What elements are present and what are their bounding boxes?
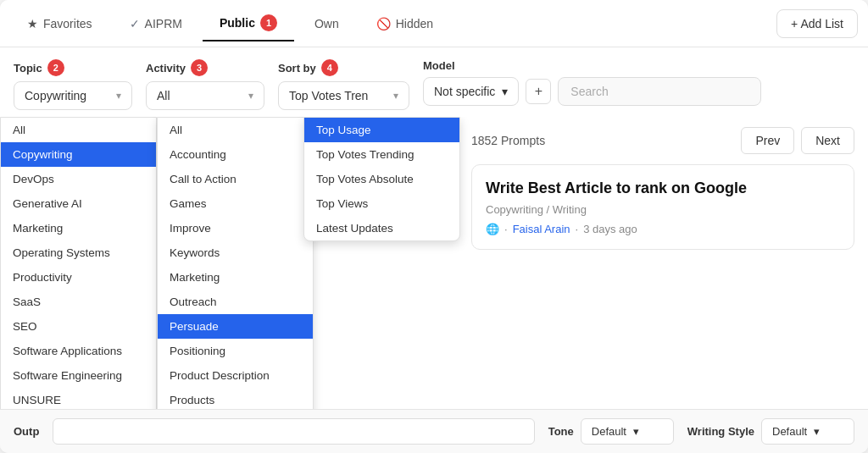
sortby-option-topvotesabsolute[interactable]: Top Votes Absolute	[304, 167, 459, 191]
sortby-chevron-icon: ▾	[393, 90, 398, 102]
sortby-badge: 4	[321, 59, 338, 76]
topic-label: Topic 2	[14, 59, 132, 76]
activity-option-marketing[interactable]: Marketing	[158, 265, 313, 290]
check-icon: ✓	[130, 17, 140, 30]
tab-favorites-label: Favorites	[43, 17, 92, 30]
activity-option-improve[interactable]: Improve	[158, 216, 313, 240]
tab-bar: ★ Favorites ✓ AIPRM Public 1 Own 🚫 Hidde…	[0, 0, 868, 47]
topic-selected-value: Copywriting	[25, 89, 86, 102]
activity-option-keywords[interactable]: Keywords	[158, 240, 313, 265]
prompt-category: Copywriting / Writing	[486, 203, 840, 216]
right-content: 1852 Prompts Prev Next Write Best Articl…	[458, 117, 868, 409]
prompts-header: 1852 Prompts Prev Next	[471, 127, 854, 154]
dot-separator: ·	[504, 223, 508, 235]
tone-label: Tone	[548, 425, 574, 438]
tab-public-badge: 1	[260, 14, 277, 31]
plus-button[interactable]: +	[526, 79, 551, 104]
tab-favorites[interactable]: ★ Favorites	[10, 8, 109, 39]
prompt-card: Write Best Article to rank on Google Cop…	[471, 164, 854, 250]
topic-option-productivity[interactable]: Productivity	[1, 265, 156, 290]
prev-button[interactable]: Prev	[741, 127, 794, 154]
writing-style-section: Writing Style Default ▾	[687, 418, 854, 445]
writing-style-chevron-icon: ▾	[814, 425, 820, 438]
tab-hidden-label: Hidden	[396, 17, 433, 30]
topic-select[interactable]: Copywriting ▾	[14, 81, 132, 110]
hidden-icon: 🚫	[376, 17, 391, 30]
activity-option-positioning[interactable]: Positioning	[158, 339, 313, 363]
sortby-option-latestupdates[interactable]: Latest Updates	[304, 216, 459, 240]
output-input[interactable]	[53, 418, 534, 445]
sortby-option-topviews[interactable]: Top Views	[304, 191, 459, 216]
nav-buttons: Prev Next	[741, 127, 854, 154]
bottom-bar: Outp Tone Default ▾ Writing Style Defaul…	[0, 409, 868, 453]
prompt-meta: 🌐 · Faisal Arain · 3 days ago	[486, 223, 840, 235]
sortby-option-topvotestrending[interactable]: Top Votes Trending	[304, 142, 459, 167]
star-icon: ★	[27, 17, 38, 30]
sortby-filter-group: Sort by 4 Top Votes Tren ▾	[278, 59, 409, 110]
topic-option-generativeai[interactable]: Generative AI	[1, 191, 156, 216]
activity-option-calltoaction[interactable]: Call to Action	[158, 167, 313, 191]
activity-option-accounting[interactable]: Accounting	[158, 142, 313, 167]
topic-option-marketing[interactable]: Marketing	[1, 216, 156, 240]
model-row: Not specific ▾ + Search	[423, 77, 761, 106]
sortby-option-topusage[interactable]: Top Usage	[304, 118, 459, 142]
tab-aiprm[interactable]: ✓ AIPRM	[113, 8, 199, 39]
topic-badge: 2	[47, 59, 64, 76]
topic-chevron-icon: ▾	[116, 90, 121, 102]
activity-option-productdescription[interactable]: Product Description	[158, 363, 313, 388]
writing-style-selected-value: Default	[772, 425, 807, 438]
activity-dropdown: All Accounting Call to Action Games Impr…	[157, 117, 314, 409]
activity-option-persuade[interactable]: Persuade	[158, 314, 313, 339]
model-label: Model	[423, 59, 761, 72]
activity-select[interactable]: All ▾	[146, 81, 264, 110]
author-link[interactable]: Faisal Arain	[513, 223, 570, 235]
topic-option-seo[interactable]: SEO	[1, 314, 156, 339]
prompts-count: 1852 Prompts	[471, 134, 545, 147]
topic-option-softwareengineering[interactable]: Software Engineering	[1, 363, 156, 388]
tab-own-label: Own	[314, 17, 339, 30]
activity-option-games[interactable]: Games	[158, 191, 313, 216]
tone-select[interactable]: Default ▾	[581, 418, 674, 445]
globe-icon: 🌐	[486, 223, 499, 235]
output-label: Outp	[14, 425, 39, 438]
topic-option-saas[interactable]: SaaS	[1, 290, 156, 314]
activity-option-outreach[interactable]: Outreach	[158, 290, 313, 314]
topic-option-softwareapplications[interactable]: Software Applications	[1, 339, 156, 363]
activity-badge: 3	[191, 59, 208, 76]
topic-option-unsure[interactable]: UNSURE	[1, 388, 156, 409]
tone-selected-value: Default	[592, 425, 626, 438]
search-placeholder: Search	[570, 85, 608, 98]
model-selected-value: Not specific	[434, 85, 495, 98]
tab-public[interactable]: Public 1	[203, 6, 294, 41]
sortby-dropdown: Top Usage Top Votes Trending Top Votes A…	[303, 117, 460, 241]
sortby-selected-value: Top Votes Tren	[289, 89, 368, 102]
prompt-time: 3 days ago	[583, 223, 637, 235]
writing-style-select[interactable]: Default ▾	[761, 418, 854, 445]
activity-selected-value: All	[157, 89, 170, 102]
topic-option-devops[interactable]: DevOps	[1, 167, 156, 191]
tab-own[interactable]: Own	[298, 8, 356, 39]
activity-option-products[interactable]: Products	[158, 388, 313, 409]
topic-option-all[interactable]: All	[1, 118, 156, 142]
add-list-label: + Add List	[791, 17, 843, 30]
filter-bar: Topic 2 Copywriting ▾ Activity 3 All ▾ S…	[0, 47, 868, 117]
next-button[interactable]: Next	[801, 127, 854, 154]
model-section: Model Not specific ▾ + Search	[423, 59, 761, 106]
sortby-select[interactable]: Top Votes Tren ▾	[278, 81, 409, 110]
activity-chevron-icon: ▾	[248, 90, 253, 102]
add-list-button[interactable]: + Add List	[776, 9, 858, 38]
activity-option-all[interactable]: All	[158, 118, 313, 142]
topic-filter-group: Topic 2 Copywriting ▾	[14, 59, 132, 110]
topic-option-copywriting[interactable]: Copywriting	[1, 142, 156, 167]
tab-hidden[interactable]: 🚫 Hidden	[359, 8, 450, 39]
search-box[interactable]: Search	[558, 77, 761, 106]
tone-section: Tone Default ▾	[548, 418, 674, 445]
activity-filter-group: Activity 3 All ▾	[146, 59, 264, 110]
topic-option-operatingsystems[interactable]: Operating Systems	[1, 240, 156, 265]
main-container: ★ Favorites ✓ AIPRM Public 1 Own 🚫 Hidde…	[0, 0, 868, 453]
tone-chevron-icon: ▾	[633, 425, 639, 438]
prompt-title[interactable]: Write Best Article to rank on Google	[486, 179, 840, 198]
sortby-label: Sort by 4	[278, 59, 409, 76]
activity-label: Activity 3	[146, 59, 264, 76]
model-select[interactable]: Not specific ▾	[423, 77, 519, 106]
